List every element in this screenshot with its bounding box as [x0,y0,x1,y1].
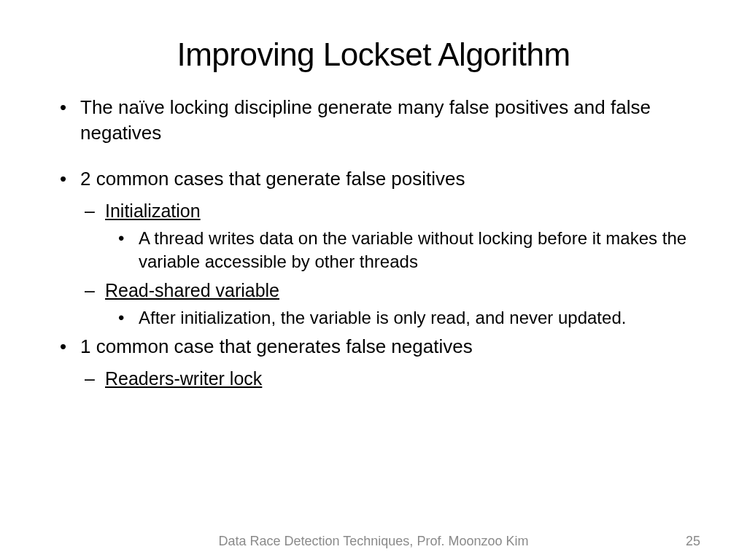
bullet-text: 1 common case that generates false negat… [80,335,473,357]
sub-sub-bullet-item: A thread writes data on the variable wit… [51,227,696,274]
sub-bullet-text: Initialization [105,201,201,221]
bullet-text: 2 common cases that generate false posit… [80,168,465,190]
slide: Improving Lockset Algorithm The naïve lo… [0,0,747,560]
slide-content: The naïve locking discipline generate ma… [51,95,696,392]
slide-title: Improving Lockset Algorithm [51,36,696,73]
sub-sub-bullet-text: A thread writes data on the variable wit… [139,228,686,271]
bullet-text: The naïve locking discipline generate ma… [80,96,651,144]
page-number: 25 [686,534,700,549]
sub-sub-bullet-text: After initialization, the variable is on… [139,308,626,327]
sub-bullet-item: Readers-writer lock [51,367,696,392]
sub-sub-bullet-item: After initialization, the variable is on… [51,306,696,330]
bullet-item: 2 common cases that generate false posit… [51,166,696,192]
sub-bullet-text: Readers-writer lock [105,368,262,389]
bullet-item: 1 common case that generates false negat… [51,334,696,359]
sub-bullet-item: Read-shared variable [51,279,696,303]
bullet-item: The naïve locking discipline generate ma… [51,95,696,146]
sub-bullet-text: Read-shared variable [105,280,279,300]
footer-text: Data Race Detection Techniques, Prof. Mo… [0,534,747,549]
sub-bullet-item: Initialization [51,199,696,224]
